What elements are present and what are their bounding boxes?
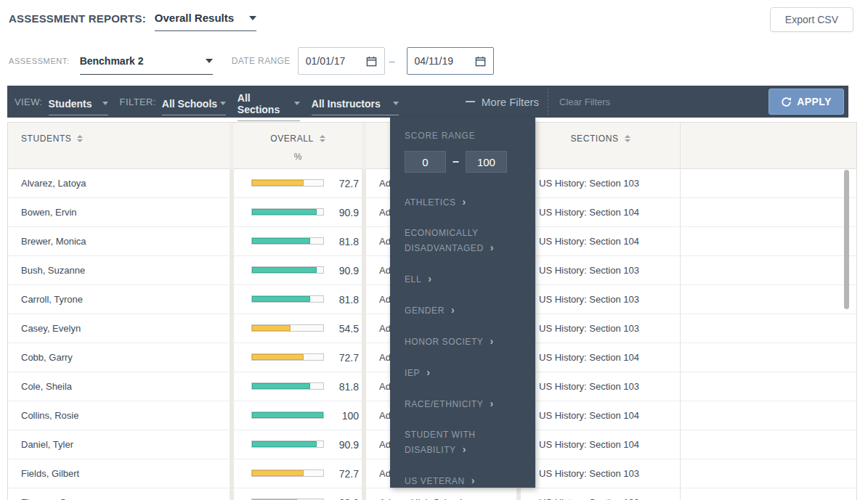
student-name: Bush, Suzanne — [21, 265, 85, 276]
filter-category-label: ELL — [405, 274, 421, 284]
more-filter-category[interactable]: RACE/ETHNICITY› — [405, 396, 530, 411]
more-filter-category[interactable]: ATHLETICS› — [405, 194, 530, 210]
chevron-down-icon — [220, 102, 226, 105]
more-filter-category[interactable]: ELL› — [405, 271, 530, 287]
section-cell: US History: Section 103 — [521, 256, 680, 284]
collapse-minus-icon — [466, 101, 475, 102]
overall-cell: 90.9 — [234, 430, 362, 459]
more-filter-category[interactable]: STUDENT WITH DISABILITY› — [405, 427, 530, 457]
student-name: Bowen, Ervin — [21, 207, 77, 218]
student-name: Fields, Gilbert — [21, 468, 79, 479]
more-filter-category[interactable]: GENDER› — [405, 303, 530, 318]
student-cell: Daniel, Tyler — [8, 430, 230, 459]
chevron-right-icon: › — [471, 475, 475, 486]
score-value: 72.7 — [339, 459, 359, 488]
score-max-input[interactable] — [466, 151, 507, 173]
score-min-input[interactable] — [405, 151, 446, 173]
overall-cell: 90.9 — [234, 198, 362, 226]
score-value: 81.8 — [339, 372, 359, 401]
score-value: 81.8 — [339, 285, 359, 313]
view-dropdown[interactable]: Students — [49, 98, 108, 115]
student-cell: Cobb, Garry — [8, 343, 230, 372]
student-name: Carroll, Tyrone — [21, 294, 83, 305]
section-cell: US History: Section 104 — [521, 430, 680, 459]
student-cell: Casey, Evelyn — [8, 314, 230, 343]
more-filter-category[interactable]: ECONOMICALLY DISADVANTAGED› — [405, 226, 530, 255]
export-csv-button[interactable]: Export CSV — [770, 7, 853, 32]
section-name: US History: Section 102 — [539, 497, 639, 500]
section-cell: US History: Section 104 — [521, 401, 680, 430]
score-bar-fill — [252, 238, 310, 244]
overall-cell: 72.7 — [234, 169, 362, 197]
filter-category-label: IEP — [405, 368, 420, 378]
clear-filters-button[interactable]: Clear Filters — [559, 97, 610, 107]
score-value: 100 — [342, 401, 359, 430]
sections-header-label: SECTIONS — [570, 134, 618, 144]
schools-filter-dropdown[interactable]: All Schools — [162, 98, 226, 115]
students-column-header[interactable]: STUDENTS — [21, 134, 83, 144]
chevron-right-icon: › — [451, 304, 455, 316]
view-filter-toolbar: VIEW: Students FILTER: All Schools All S… — [7, 86, 848, 118]
section-name: US History: Section 103 — [539, 265, 639, 276]
date-from-input[interactable]: 01/01/17 — [298, 47, 385, 75]
student-cell: Collins, Rosie — [8, 401, 230, 430]
score-bar — [251, 411, 324, 419]
section-cell: US History: Section 103 — [521, 285, 680, 313]
overall-cell: 81.8 — [234, 372, 362, 401]
chevron-down-icon — [206, 59, 213, 63]
more-filter-category[interactable]: IEP› — [405, 365, 530, 380]
date-to-input[interactable]: 04/11/19 — [407, 47, 494, 75]
assessment-dropdown[interactable]: Benchmark 2 — [80, 55, 213, 75]
score-value: 90.9 — [339, 430, 359, 459]
calendar-icon[interactable] — [366, 56, 377, 67]
score-bar — [251, 382, 324, 390]
report-type-value: Overall Results — [155, 12, 234, 24]
student-cell: Flowers, Guy — [8, 488, 230, 500]
score-range-separator: – — [453, 155, 459, 168]
student-cell: Brewer, Monica — [8, 227, 230, 255]
filter-category-label: HONOR SOCIETY — [405, 337, 483, 347]
school-cell: Adams High School — [366, 488, 516, 500]
overall-header-label: OVERALL — [270, 134, 314, 144]
score-bar-fill — [252, 180, 304, 186]
report-type-dropdown[interactable]: Overall Results — [155, 12, 256, 31]
section-name: US History: Section 103 — [539, 323, 639, 334]
more-filters-panel: SCORE RANGE – ATHLETICS› ECONOMICALLY DI… — [390, 118, 535, 488]
more-filters-toggle[interactable]: More Filters — [466, 96, 539, 108]
more-filter-category[interactable]: US VETERAN› — [405, 473, 530, 488]
vertical-scrollbar-thumb[interactable] — [844, 170, 849, 309]
score-range-controls: – — [405, 151, 525, 173]
score-bar — [251, 440, 324, 448]
score-bar — [251, 237, 324, 245]
chevron-right-icon: › — [463, 196, 466, 208]
score-bar-fill — [252, 412, 323, 418]
more-filters-label: More Filters — [482, 96, 539, 108]
overall-column-header[interactable]: OVERALL — [234, 134, 362, 144]
score-value: 72.7 — [339, 169, 359, 197]
student-cell: Carroll, Tyrone — [8, 285, 230, 313]
column-gutter — [362, 123, 366, 169]
instructors-filter-dropdown[interactable]: All Instructors — [312, 98, 399, 115]
score-value: 81.8 — [339, 227, 359, 255]
overall-cell: 54.5 — [234, 314, 362, 343]
column-gutter — [230, 123, 234, 169]
more-filter-category[interactable]: HONOR SOCIETY› — [405, 334, 530, 349]
section-cell: US History: Section 103 — [521, 314, 680, 343]
refresh-icon — [781, 97, 792, 107]
filter-category-label: US VETERAN — [405, 476, 465, 486]
sort-icon — [320, 135, 325, 142]
sections-column-header[interactable]: SECTIONS — [521, 134, 680, 144]
section-name: US History: Section 104 — [539, 236, 639, 247]
score-bar — [251, 353, 324, 361]
apply-button[interactable]: APPLY — [768, 89, 844, 115]
score-bar-fill — [252, 383, 310, 389]
student-cell: Bush, Suzanne — [8, 256, 230, 284]
overall-cell: 63.6 — [234, 488, 362, 500]
instructors-filter-value: All Instructors — [312, 98, 381, 110]
calendar-icon[interactable] — [475, 56, 486, 67]
sections-filter-dropdown[interactable]: All Sections — [238, 92, 300, 121]
section-cell: US History: Section 103 — [521, 459, 680, 488]
score-range-label: SCORE RANGE — [405, 131, 525, 141]
section-cell: US History: Section 104 — [521, 198, 680, 226]
date-range-label: DATE RANGE — [232, 56, 291, 66]
